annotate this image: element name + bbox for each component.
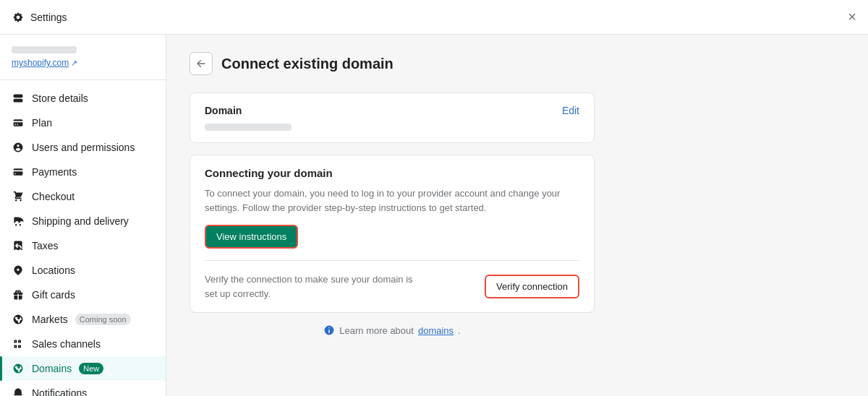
sidebar: myshopify.com ↗ Store details Plan [0, 35, 166, 396]
users-icon [12, 141, 25, 154]
store-url-text: myshopify.com [12, 58, 69, 68]
sidebar-item-markets[interactable]: Markets Coming soon [0, 307, 166, 332]
verify-row: Verify the connection to make sure your … [205, 260, 579, 301]
sidebar-item-checkout[interactable]: Checkout [0, 184, 166, 209]
connecting-card-body: Connecting your domain To connect your d… [190, 155, 594, 312]
sidebar-label: Store details [32, 92, 88, 104]
plan-icon [12, 116, 25, 129]
verify-text: Verify the connection to make sure your … [205, 272, 422, 301]
main-content: Connect existing domain Domain Edit Conn… [166, 35, 868, 396]
taxes-icon [12, 239, 25, 252]
sidebar-item-store-details[interactable]: Store details [0, 86, 166, 111]
sidebar-item-domains[interactable]: Domains New [0, 356, 166, 381]
sidebar-item-taxes[interactable]: Taxes [0, 233, 166, 258]
page-title: Connect existing domain [221, 56, 393, 72]
sidebar-item-notifications[interactable]: Notifications [0, 381, 166, 396]
store-url[interactable]: myshopify.com ↗ [12, 58, 154, 68]
sales-icon [12, 337, 25, 350]
locations-icon [12, 264, 25, 277]
sidebar-item-locations[interactable]: Locations [0, 258, 166, 283]
sidebar-label: Markets [32, 314, 68, 325]
top-bar: Settings × [0, 0, 868, 35]
sidebar-item-gift-cards[interactable]: Gift cards [0, 283, 166, 307]
sidebar-label: Checkout [32, 191, 75, 202]
sidebar-label: Domains [32, 363, 72, 374]
external-link-icon: ↗ [71, 59, 77, 68]
back-button[interactable] [190, 52, 213, 75]
sidebar-label: Users and permissions [32, 142, 135, 153]
info-icon [323, 324, 335, 336]
sidebar-nav: Store details Plan Users and permissions… [0, 86, 166, 396]
top-bar-left: Settings [12, 11, 67, 24]
payments-icon [12, 165, 25, 178]
sidebar-label: Payments [32, 166, 77, 178]
domain-card: Domain Edit [190, 92, 595, 143]
info-suffix: . [458, 325, 461, 336]
domain-value-placeholder [205, 124, 292, 131]
domain-card-body: Domain Edit [190, 93, 594, 142]
layout: myshopify.com ↗ Store details Plan [0, 35, 868, 396]
coming-soon-badge: Coming soon [75, 314, 131, 325]
sidebar-item-sales-channels[interactable]: Sales channels [0, 332, 166, 356]
connecting-domain-card: Connecting your domain To connect your d… [190, 155, 595, 313]
top-bar-title: Settings [30, 12, 67, 23]
info-text: Learn more about [339, 325, 414, 336]
sidebar-item-users[interactable]: Users and permissions [0, 135, 166, 160]
connecting-description: To connect your domain, you need to log … [205, 186, 579, 215]
sidebar-item-payments[interactable]: Payments [0, 160, 166, 184]
verify-connection-button[interactable]: Verify connection [485, 275, 579, 298]
sidebar-label: Plan [32, 117, 52, 129]
settings-icon [12, 11, 25, 24]
connecting-title: Connecting your domain [205, 167, 579, 179]
edit-link[interactable]: Edit [562, 105, 579, 116]
sidebar-label: Notifications [32, 387, 87, 396]
close-button[interactable]: × [848, 9, 856, 25]
markets-icon [12, 313, 25, 326]
back-arrow-icon [196, 59, 206, 69]
domain-header-row: Domain Edit [205, 105, 579, 116]
info-row: Learn more about domains . [190, 324, 595, 336]
store-info: myshopify.com ↗ [0, 46, 166, 80]
store-icon [12, 92, 25, 105]
new-badge: New [79, 363, 103, 374]
shipping-icon [12, 215, 25, 228]
gift-icon [12, 288, 25, 301]
domains-icon [12, 362, 25, 375]
sidebar-item-plan[interactable]: Plan [0, 111, 166, 135]
sidebar-label: Taxes [32, 240, 59, 251]
view-instructions-button[interactable]: View instructions [205, 225, 298, 249]
notifications-icon [12, 387, 25, 396]
sidebar-label: Sales channels [32, 338, 101, 350]
sidebar-item-shipping[interactable]: Shipping and delivery [0, 209, 166, 233]
store-name-placeholder [12, 46, 77, 53]
domain-label: Domain [205, 105, 242, 116]
sidebar-label: Locations [32, 264, 75, 276]
sidebar-label: Shipping and delivery [32, 215, 129, 227]
page-header: Connect existing domain [190, 52, 845, 75]
checkout-icon [12, 190, 25, 203]
sidebar-label: Gift cards [32, 289, 75, 301]
domains-link[interactable]: domains [418, 325, 454, 336]
